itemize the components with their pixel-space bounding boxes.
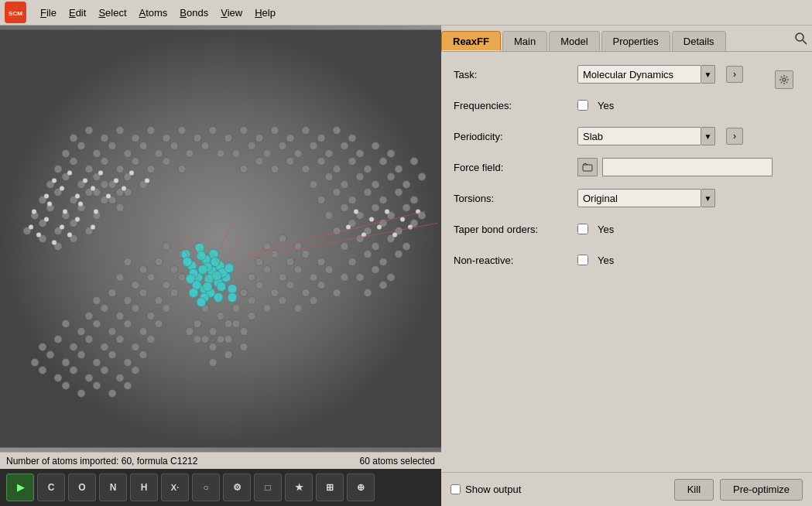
svg-point-65 [317, 135, 325, 142]
frequencies-checkbox[interactable] [577, 100, 588, 111]
force-field-input[interactable] [602, 158, 773, 176]
action-bar: Show output Kill Pre-optimize [441, 472, 812, 506]
svg-point-134 [279, 235, 286, 243]
menu-bonds[interactable]: Bonds [173, 4, 214, 22]
svg-point-57 [194, 135, 201, 142]
svg-point-155 [232, 305, 240, 313]
svg-point-264 [83, 179, 87, 183]
svg-point-73 [310, 142, 317, 150]
svg-point-250 [67, 233, 72, 238]
x-button[interactable]: X· [161, 474, 189, 501]
svg-point-190 [93, 320, 101, 328]
svg-point-119 [341, 243, 348, 251]
kill-button[interactable]: Kill [674, 479, 714, 501]
svg-point-129 [372, 266, 379, 274]
svg-point-55 [163, 135, 170, 142]
task-dropdown[interactable]: Molecular Dynamics Single Point Geometry… [577, 65, 701, 84]
svg-point-126 [379, 258, 387, 266]
menu-view[interactable]: View [214, 4, 248, 22]
menu-edit[interactable]: Edit [63, 4, 92, 22]
viewer-canvas[interactable] [0, 26, 441, 452]
svg-point-220 [62, 382, 70, 390]
svg-point-221 [217, 313, 224, 320]
grid-button[interactable]: ⊞ [316, 474, 344, 501]
menu-help[interactable]: Help [248, 4, 282, 22]
svg-point-253 [63, 210, 67, 214]
nitrogen-button[interactable]: N [99, 474, 127, 501]
svg-point-206 [62, 359, 70, 367]
svg-point-86 [348, 158, 356, 166]
svg-point-42 [124, 150, 132, 158]
svg-point-204 [93, 359, 101, 367]
svg-point-227 [186, 328, 194, 336]
frequencies-row: Frequencies: Yes [454, 95, 800, 115]
svg-point-270 [392, 233, 397, 238]
svg-point-325 [796, 33, 803, 41]
task-dropdown-arrow[interactable]: ▼ [701, 65, 715, 84]
star-button[interactable]: ★ [285, 474, 313, 501]
torsions-dropdown-arrow[interactable]: ▼ [701, 189, 715, 207]
svg-point-123 [403, 243, 410, 251]
periodicity-dropdown-arrow[interactable]: ▼ [701, 127, 715, 145]
oxygen-button[interactable]: O [68, 474, 96, 501]
circle-button[interactable]: ○ [192, 474, 220, 501]
carbon-button[interactable]: C [37, 474, 65, 501]
svg-point-152 [302, 289, 310, 297]
svg-point-87 [364, 166, 372, 173]
settings-icon[interactable] [775, 70, 793, 89]
tab-model[interactable]: Model [549, 31, 599, 51]
status-bar: Number of atoms imported: 60, formula C1… [0, 452, 441, 469]
force-field-label: Force field: [454, 162, 577, 173]
svg-point-276 [385, 210, 389, 214]
svg-point-80 [255, 158, 263, 166]
svg-point-304 [186, 275, 195, 284]
svg-point-249 [52, 241, 57, 245]
tab-properties[interactable]: Properties [601, 31, 670, 51]
tab-details[interactable]: Details [672, 31, 726, 51]
non-reactive-checkbox[interactable] [577, 255, 588, 265]
menubar: SCM File Edit Select Atoms Bonds View He… [0, 0, 812, 26]
gear-button[interactable]: ⚙ [223, 474, 251, 501]
svg-point-330 [779, 79, 781, 80]
svg-point-103 [379, 197, 387, 204]
hydrogen-button[interactable]: H [130, 474, 158, 501]
status-atoms-imported: Number of atoms imported: 60, formula C1… [6, 456, 197, 467]
svg-point-308 [189, 289, 198, 298]
svg-text:SCM: SCM [9, 10, 22, 17]
svg-point-328 [783, 75, 785, 77]
torsions-dropdown[interactable]: Original Updated [577, 189, 701, 207]
menu-select[interactable]: Select [92, 4, 132, 22]
non-reactive-row: Non-reactive: Yes [454, 250, 800, 270]
svg-point-66 [333, 127, 341, 135]
svg-point-133 [263, 243, 271, 251]
svg-point-241 [116, 204, 124, 212]
svg-point-205 [77, 351, 85, 359]
taper-bond-checkbox[interactable] [577, 224, 588, 234]
task-nav-arrow[interactable]: › [726, 66, 743, 83]
show-output-checkbox[interactable] [451, 484, 461, 494]
svg-point-246 [75, 217, 80, 222]
pre-optimize-button[interactable]: Pre-optimize [720, 479, 803, 501]
play-button[interactable]: ▶ [6, 474, 34, 501]
svg-point-153 [317, 282, 325, 289]
taper-bond-yes-label: Yes [598, 224, 614, 235]
svg-point-259 [91, 186, 95, 191]
periodicity-nav-arrow[interactable]: › [726, 128, 743, 145]
svg-point-60 [240, 127, 248, 135]
svg-point-217 [108, 390, 116, 398]
force-field-file-button[interactable] [577, 158, 598, 176]
svg-point-179 [93, 297, 101, 305]
periodicity-label: Periodicity: [454, 131, 577, 142]
svg-point-311 [197, 298, 206, 307]
svg-point-154 [333, 289, 341, 297]
multi-button[interactable]: ⊕ [347, 474, 375, 501]
tab-main[interactable]: Main [502, 31, 547, 51]
tab-reaxff[interactable]: ReaxFF [441, 31, 501, 51]
menu-atoms[interactable]: Atoms [133, 4, 174, 22]
svg-point-98 [418, 173, 426, 181]
square-button[interactable]: □ [254, 474, 282, 501]
svg-point-70 [263, 150, 271, 158]
periodicity-dropdown[interactable]: Slab Bulk Chain Molecule [577, 127, 701, 145]
menu-file[interactable]: File [34, 4, 63, 22]
search-icon[interactable] [795, 32, 807, 48]
